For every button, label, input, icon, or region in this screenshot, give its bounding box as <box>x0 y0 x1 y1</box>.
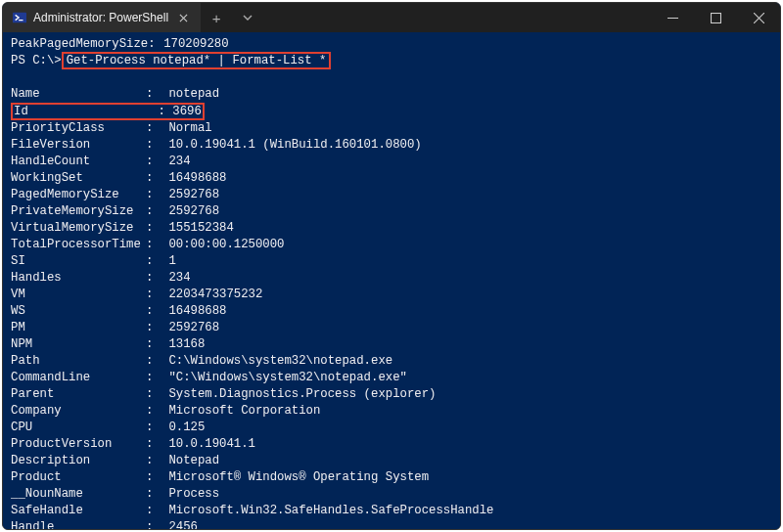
property-label: Handle <box>11 519 146 529</box>
property-value: 170209280 <box>163 36 228 53</box>
property-label: NPM <box>11 336 146 353</box>
close-button[interactable] <box>737 3 780 32</box>
output-row: Id : 3696 <box>11 103 772 120</box>
property-sep: : <box>146 270 161 287</box>
output-row: PM: 2592768 <box>11 320 772 336</box>
property-sep: : <box>146 253 161 270</box>
terminal-content[interactable]: PeakPagedMemorySize:170209280PS C:\>Get-… <box>3 32 780 529</box>
powershell-window: Administrator: PowerShell + PeakPagedMem… <box>2 2 781 530</box>
property-label: WS <box>11 303 146 320</box>
property-sep: : <box>146 353 161 370</box>
property-value: 155152384 <box>161 220 234 237</box>
property-value: 1 <box>161 253 176 270</box>
property-label: __NounName <box>11 486 146 503</box>
property-label: CPU <box>11 420 146 436</box>
property-label: SI <box>11 253 146 270</box>
output-row: __NounName: Process <box>11 486 772 503</box>
property-value: Microsoft Corporation <box>161 403 320 420</box>
svg-rect-5 <box>711 13 720 22</box>
property-sep: : <box>146 336 161 353</box>
property-value: 3696 <box>172 105 202 118</box>
tab-dropdown-button[interactable] <box>232 3 263 32</box>
property-label: FileVersion <box>11 137 146 154</box>
property-label: CommandLine <box>11 370 146 386</box>
output-row: Description: Notepad <box>11 453 772 469</box>
property-sep: : <box>146 469 161 486</box>
property-value: 234 <box>161 270 191 287</box>
output-row: WS: 16498688 <box>11 303 772 320</box>
window-controls <box>651 3 780 32</box>
property-value: 2203473375232 <box>161 287 262 303</box>
output-row: Parent: System.Diagnostics.Process (expl… <box>11 386 772 403</box>
property-sep: : <box>146 237 161 253</box>
new-tab-button[interactable]: + <box>201 3 232 32</box>
tab-close-button[interactable] <box>175 10 191 25</box>
property-value: 2592768 <box>161 187 219 203</box>
output-row: NPM: 13168 <box>11 336 772 353</box>
property-label: PagedMemorySize <box>11 187 146 203</box>
property-value: 2456 <box>161 519 198 529</box>
output-row: Handle: 2456 <box>11 519 772 529</box>
property-label: ProductVersion <box>11 436 146 453</box>
property-sep: : <box>146 287 161 303</box>
property-label: Description <box>11 453 146 469</box>
property-label: Handles <box>11 270 146 287</box>
output-row: ProductVersion: 10.0.19041.1 <box>11 436 772 453</box>
output-row: CommandLine: "C:\Windows\system32\notepa… <box>11 370 772 386</box>
property-sep: : <box>146 170 161 187</box>
tab-powershell[interactable]: Administrator: PowerShell <box>3 3 201 32</box>
property-label: Product <box>11 469 146 486</box>
property-value: 13168 <box>161 336 205 353</box>
property-sep: : <box>146 486 161 503</box>
output-row: PagedMemorySize: 2592768 <box>11 187 772 203</box>
output-row: SI: 1 <box>11 253 772 270</box>
property-sep: : <box>146 436 161 453</box>
property-label: Id <box>14 105 159 118</box>
output-row: VM: 2203473375232 <box>11 287 772 303</box>
property-sep: : <box>146 403 161 420</box>
output-row: VirtualMemorySize: 155152384 <box>11 220 772 237</box>
property-value: 0.125 <box>161 420 205 436</box>
property-value: Microsoft® Windows® Operating System <box>161 469 429 486</box>
property-label: Company <box>11 403 146 420</box>
property-sep: : <box>146 386 161 403</box>
property-label: VM <box>11 287 146 303</box>
output-row: Handles: 234 <box>11 270 772 287</box>
output-row: CPU: 0.125 <box>11 420 772 436</box>
minimize-button[interactable] <box>651 3 694 32</box>
property-value: C:\Windows\system32\notepad.exe <box>161 353 392 370</box>
property-sep: : <box>146 203 161 220</box>
property-sep: : <box>148 36 163 53</box>
property-value: Normal <box>161 120 212 137</box>
output-row: PriorityClass: Normal <box>11 120 772 137</box>
property-label: SafeHandle <box>11 503 146 519</box>
property-value: Microsoft.Win32.SafeHandles.SafeProcessH… <box>161 503 493 519</box>
prompt-line: PS C:\>Get-Process notepad* | Format-Lis… <box>11 53 772 69</box>
output-row: HandleCount: 234 <box>11 154 772 170</box>
property-value: 234 <box>161 154 191 170</box>
property-sep: : <box>146 370 161 386</box>
property-label: Name <box>11 86 146 103</box>
property-sep: : <box>146 120 161 137</box>
output-row: SafeHandle: Microsoft.Win32.SafeHandles.… <box>11 503 772 519</box>
id-highlight: Id : 3696 <box>11 103 205 120</box>
property-label: PeakPagedMemorySize <box>11 36 148 53</box>
property-label: TotalProcessorTime <box>11 237 146 253</box>
prompt-command: Get-Process notepad* | Format-List * <box>62 52 332 69</box>
property-sep: : <box>146 420 161 436</box>
property-label: PM <box>11 320 146 336</box>
property-label: Parent <box>11 386 146 403</box>
powershell-icon <box>13 11 26 24</box>
output-row: WorkingSet: 16498688 <box>11 170 772 187</box>
property-value: 16498688 <box>161 303 226 320</box>
property-sep: : <box>146 137 161 154</box>
property-sep: : <box>146 86 161 103</box>
property-value: 16498688 <box>161 170 226 187</box>
titlebar: Administrator: PowerShell + <box>3 3 780 32</box>
property-sep: : <box>146 220 161 237</box>
property-value: 10.0.19041.1 (WinBuild.160101.0800) <box>161 137 422 154</box>
title-spacer <box>263 3 651 32</box>
maximize-button[interactable] <box>694 3 737 32</box>
property-value: 2592768 <box>161 320 219 336</box>
output-row: FileVersion: 10.0.19041.1 (WinBuild.1601… <box>11 137 772 154</box>
